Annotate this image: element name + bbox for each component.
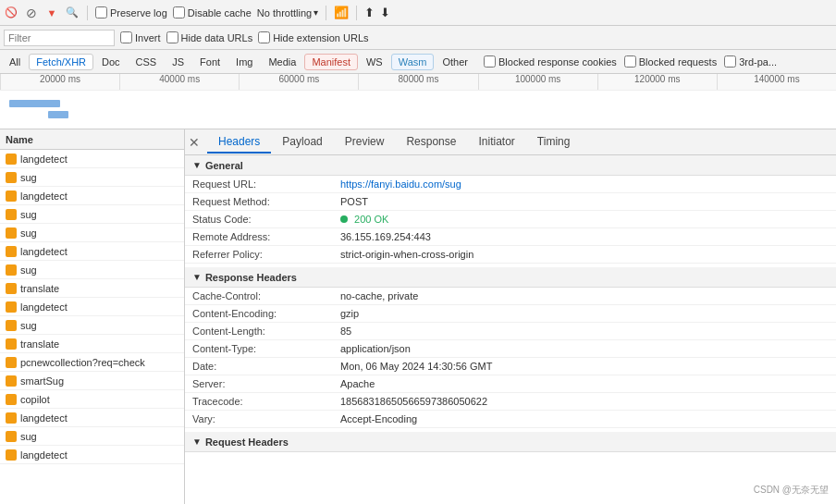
tab-all[interactable]: All bbox=[2, 54, 28, 70]
request-url-link[interactable]: https://fanyi.baidu.com/sug bbox=[340, 178, 461, 190]
list-item[interactable]: sug bbox=[0, 205, 184, 224]
field-value: 36.155.169.254:443 bbox=[333, 228, 836, 246]
list-item[interactable]: pcnewcollection?req=check bbox=[0, 353, 184, 372]
list-item[interactable]: langdetect bbox=[0, 187, 184, 205]
field-value: https://fanyi.baidu.com/sug bbox=[333, 176, 836, 193]
field-key: Vary: bbox=[185, 411, 333, 428]
hide-data-urls-checkbox[interactable]: Hide data URLs bbox=[166, 31, 253, 43]
list-item[interactable]: langdetect bbox=[0, 409, 184, 427]
mark-2: 60000 ms bbox=[239, 74, 358, 90]
list-item[interactable]: langdetect bbox=[0, 150, 184, 168]
field-key: Request Method: bbox=[185, 193, 333, 211]
sep3 bbox=[356, 6, 357, 20]
tab-fetch-xhr[interactable]: Fetch/XHR bbox=[29, 54, 93, 70]
invert-checkbox[interactable]: Invert bbox=[120, 31, 161, 43]
req-icon bbox=[6, 431, 17, 442]
tab-img[interactable]: Img bbox=[228, 54, 260, 70]
field-key: Date: bbox=[185, 358, 333, 375]
field-value: 200 OK bbox=[333, 211, 836, 228]
clear-icon[interactable]: ⊘ bbox=[24, 6, 39, 20]
wifi-icon: 📶 bbox=[334, 6, 349, 19]
search-icon[interactable]: 🔍 bbox=[65, 6, 80, 20]
subtab-preview[interactable]: Preview bbox=[334, 131, 396, 154]
preserve-log-checkbox[interactable]: Preserve log bbox=[95, 6, 167, 18]
blocked-requests-checkbox[interactable]: Blocked requests bbox=[624, 55, 717, 68]
subtab-headers[interactable]: Headers bbox=[207, 131, 271, 154]
field-key: Content-Length: bbox=[185, 323, 333, 340]
list-item[interactable]: translate bbox=[0, 335, 184, 353]
subtab-payload[interactable]: Payload bbox=[271, 131, 333, 154]
list-item[interactable]: sug bbox=[0, 316, 184, 335]
list-item[interactable]: sug bbox=[0, 224, 184, 242]
field-value: POST bbox=[333, 193, 836, 211]
request-headers-triangle: ▼ bbox=[192, 436, 202, 447]
field-value: 85 bbox=[333, 323, 836, 340]
block-icon[interactable]: 🚫 bbox=[4, 6, 18, 20]
req-icon bbox=[6, 412, 17, 424]
third-party-checkbox[interactable]: 3rd-pa... bbox=[724, 55, 777, 68]
list-item[interactable]: translate bbox=[0, 279, 184, 298]
blocked-cookies-checkbox[interactable]: Blocked response cookies bbox=[484, 55, 617, 68]
close-button[interactable]: ✕ bbox=[189, 135, 200, 150]
mark-1: 40000 ms bbox=[119, 74, 239, 90]
req-icon bbox=[6, 357, 17, 368]
tab-font[interactable]: Font bbox=[192, 54, 227, 70]
list-item[interactable]: langdetect bbox=[0, 298, 184, 316]
field-value: Accept-Encoding bbox=[333, 411, 836, 428]
table-row: Content-Type: application/json bbox=[185, 340, 836, 358]
table-row: Status Code: 200 OK bbox=[185, 211, 836, 228]
filter-input[interactable] bbox=[4, 30, 115, 46]
export-icon[interactable]: ⬇ bbox=[380, 6, 390, 19]
list-item[interactable]: sug bbox=[0, 427, 184, 446]
req-icon bbox=[6, 375, 17, 387]
tab-ws[interactable]: WS bbox=[359, 54, 390, 70]
throttling-selector[interactable]: No throttling ▾ bbox=[257, 7, 318, 18]
hide-ext-urls-checkbox[interactable]: Hide extension URLs bbox=[258, 31, 368, 43]
general-section-header[interactable]: ▼ General bbox=[185, 155, 836, 176]
table-row: Referrer Policy: strict-origin-when-cros… bbox=[185, 246, 836, 264]
sep1 bbox=[87, 6, 88, 20]
list-item[interactable]: sug bbox=[0, 261, 184, 279]
tab-js[interactable]: JS bbox=[165, 54, 191, 70]
req-icon bbox=[6, 154, 17, 165]
table-row: Content-Encoding: gzip bbox=[185, 305, 836, 323]
filter-icon[interactable]: ▼ bbox=[44, 6, 59, 20]
disable-cache-checkbox[interactable]: Disable cache bbox=[173, 6, 252, 18]
tab-css[interactable]: CSS bbox=[129, 54, 165, 70]
list-item[interactable]: sug bbox=[0, 168, 184, 187]
field-key: Status Code: bbox=[185, 211, 333, 228]
import-icon[interactable]: ⬆ bbox=[364, 6, 375, 19]
table-row: Request Method: POST bbox=[185, 193, 836, 211]
tab-other[interactable]: Other bbox=[435, 54, 475, 70]
timeline: 20000 ms 40000 ms 60000 ms 80000 ms 1000… bbox=[0, 74, 836, 129]
timeline-bar-2 bbox=[48, 111, 68, 118]
req-icon bbox=[6, 283, 17, 294]
table-row: Remote Address: 36.155.169.254:443 bbox=[185, 228, 836, 246]
request-headers-section-header[interactable]: ▼ Request Headers bbox=[185, 432, 836, 452]
req-icon bbox=[6, 449, 17, 461]
field-key: Tracecode: bbox=[185, 393, 333, 411]
tab-media[interactable]: Media bbox=[261, 54, 303, 70]
general-triangle: ▼ bbox=[192, 160, 202, 170]
req-icon bbox=[6, 338, 17, 350]
tab-manifest[interactable]: Manifest bbox=[304, 54, 358, 70]
list-item[interactable]: langdetect bbox=[0, 446, 184, 464]
mark-6: 140000 ms bbox=[717, 74, 836, 90]
list-item[interactable]: copilot bbox=[0, 390, 184, 409]
req-icon bbox=[6, 394, 17, 405]
subtab-initiator[interactable]: Initiator bbox=[467, 131, 525, 154]
tab-wasm[interactable]: Wasm bbox=[391, 54, 435, 70]
request-list: Name langdetect sug langdetect sug sug l… bbox=[0, 129, 185, 504]
field-value: strict-origin-when-cross-origin bbox=[333, 246, 836, 264]
tab-doc[interactable]: Doc bbox=[94, 54, 128, 70]
subtab-timing[interactable]: Timing bbox=[526, 131, 582, 154]
sep2 bbox=[326, 6, 326, 20]
toolbar: 🚫 ⊘ ▼ 🔍 Preserve log Disable cache No th… bbox=[0, 0, 836, 26]
response-headers-section-header[interactable]: ▼ Response Headers bbox=[185, 267, 836, 288]
table-row: Tracecode: 185683186505665973860506​22 bbox=[185, 393, 836, 411]
subtab-response[interactable]: Response bbox=[395, 131, 467, 154]
list-item[interactable]: langdetect bbox=[0, 242, 184, 261]
throttle-dropdown-arrow[interactable]: ▾ bbox=[314, 7, 318, 18]
list-item[interactable]: smartSug bbox=[0, 372, 184, 390]
status-dot bbox=[340, 215, 348, 223]
